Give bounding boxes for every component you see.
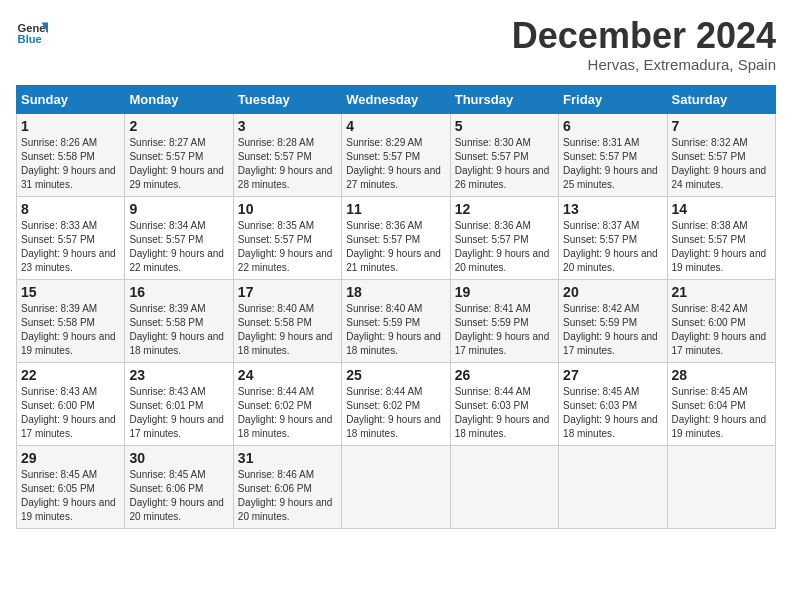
day-number: 16 xyxy=(129,284,228,300)
day-number: 17 xyxy=(238,284,337,300)
table-row: 10 Sunrise: 8:35 AMSunset: 5:57 PMDaylig… xyxy=(233,196,341,279)
day-number: 6 xyxy=(563,118,662,134)
day-number: 14 xyxy=(672,201,771,217)
day-info: Sunrise: 8:42 AMSunset: 6:00 PMDaylight:… xyxy=(672,303,767,356)
day-info: Sunrise: 8:38 AMSunset: 5:57 PMDaylight:… xyxy=(672,220,767,273)
table-row: 11 Sunrise: 8:36 AMSunset: 5:57 PMDaylig… xyxy=(342,196,450,279)
header-row: Sunday Monday Tuesday Wednesday Thursday… xyxy=(17,85,776,113)
day-info: Sunrise: 8:33 AMSunset: 5:57 PMDaylight:… xyxy=(21,220,116,273)
table-row xyxy=(342,445,450,528)
table-row: 18 Sunrise: 8:40 AMSunset: 5:59 PMDaylig… xyxy=(342,279,450,362)
table-row: 5 Sunrise: 8:30 AMSunset: 5:57 PMDayligh… xyxy=(450,113,558,196)
col-wednesday: Wednesday xyxy=(342,85,450,113)
table-row: 4 Sunrise: 8:29 AMSunset: 5:57 PMDayligh… xyxy=(342,113,450,196)
day-number: 8 xyxy=(21,201,120,217)
table-row: 27 Sunrise: 8:45 AMSunset: 6:03 PMDaylig… xyxy=(559,362,667,445)
day-number: 25 xyxy=(346,367,445,383)
table-row: 26 Sunrise: 8:44 AMSunset: 6:03 PMDaylig… xyxy=(450,362,558,445)
day-number: 10 xyxy=(238,201,337,217)
header: General Blue December 2024 Hervas, Extre… xyxy=(16,16,776,73)
day-info: Sunrise: 8:39 AMSunset: 5:58 PMDaylight:… xyxy=(129,303,224,356)
location-title: Hervas, Extremadura, Spain xyxy=(512,56,776,73)
table-row: 22 Sunrise: 8:43 AMSunset: 6:00 PMDaylig… xyxy=(17,362,125,445)
day-info: Sunrise: 8:37 AMSunset: 5:57 PMDaylight:… xyxy=(563,220,658,273)
month-title: December 2024 xyxy=(512,16,776,56)
day-number: 7 xyxy=(672,118,771,134)
table-row: 28 Sunrise: 8:45 AMSunset: 6:04 PMDaylig… xyxy=(667,362,775,445)
table-row: 8 Sunrise: 8:33 AMSunset: 5:57 PMDayligh… xyxy=(17,196,125,279)
day-info: Sunrise: 8:34 AMSunset: 5:57 PMDaylight:… xyxy=(129,220,224,273)
table-row: 19 Sunrise: 8:41 AMSunset: 5:59 PMDaylig… xyxy=(450,279,558,362)
day-number: 22 xyxy=(21,367,120,383)
day-info: Sunrise: 8:44 AMSunset: 6:03 PMDaylight:… xyxy=(455,386,550,439)
day-info: Sunrise: 8:29 AMSunset: 5:57 PMDaylight:… xyxy=(346,137,441,190)
table-row: 31 Sunrise: 8:46 AMSunset: 6:06 PMDaylig… xyxy=(233,445,341,528)
logo: General Blue xyxy=(16,16,48,48)
day-info: Sunrise: 8:31 AMSunset: 5:57 PMDaylight:… xyxy=(563,137,658,190)
day-info: Sunrise: 8:28 AMSunset: 5:57 PMDaylight:… xyxy=(238,137,333,190)
table-row: 23 Sunrise: 8:43 AMSunset: 6:01 PMDaylig… xyxy=(125,362,233,445)
table-row: 12 Sunrise: 8:36 AMSunset: 5:57 PMDaylig… xyxy=(450,196,558,279)
table-row: 2 Sunrise: 8:27 AMSunset: 5:57 PMDayligh… xyxy=(125,113,233,196)
col-saturday: Saturday xyxy=(667,85,775,113)
day-info: Sunrise: 8:43 AMSunset: 6:01 PMDaylight:… xyxy=(129,386,224,439)
table-row: 13 Sunrise: 8:37 AMSunset: 5:57 PMDaylig… xyxy=(559,196,667,279)
table-row: 6 Sunrise: 8:31 AMSunset: 5:57 PMDayligh… xyxy=(559,113,667,196)
table-row: 20 Sunrise: 8:42 AMSunset: 5:59 PMDaylig… xyxy=(559,279,667,362)
col-thursday: Thursday xyxy=(450,85,558,113)
day-info: Sunrise: 8:27 AMSunset: 5:57 PMDaylight:… xyxy=(129,137,224,190)
day-info: Sunrise: 8:45 AMSunset: 6:05 PMDaylight:… xyxy=(21,469,116,522)
table-row: 3 Sunrise: 8:28 AMSunset: 5:57 PMDayligh… xyxy=(233,113,341,196)
day-number: 21 xyxy=(672,284,771,300)
day-info: Sunrise: 8:30 AMSunset: 5:57 PMDaylight:… xyxy=(455,137,550,190)
day-info: Sunrise: 8:45 AMSunset: 6:03 PMDaylight:… xyxy=(563,386,658,439)
calendar-week-3: 15 Sunrise: 8:39 AMSunset: 5:58 PMDaylig… xyxy=(17,279,776,362)
day-number: 23 xyxy=(129,367,228,383)
day-info: Sunrise: 8:44 AMSunset: 6:02 PMDaylight:… xyxy=(346,386,441,439)
day-number: 31 xyxy=(238,450,337,466)
calendar-week-1: 1 Sunrise: 8:26 AMSunset: 5:58 PMDayligh… xyxy=(17,113,776,196)
day-info: Sunrise: 8:41 AMSunset: 5:59 PMDaylight:… xyxy=(455,303,550,356)
calendar-week-5: 29 Sunrise: 8:45 AMSunset: 6:05 PMDaylig… xyxy=(17,445,776,528)
table-row: 21 Sunrise: 8:42 AMSunset: 6:00 PMDaylig… xyxy=(667,279,775,362)
day-info: Sunrise: 8:44 AMSunset: 6:02 PMDaylight:… xyxy=(238,386,333,439)
table-row: 17 Sunrise: 8:40 AMSunset: 5:58 PMDaylig… xyxy=(233,279,341,362)
day-info: Sunrise: 8:45 AMSunset: 6:04 PMDaylight:… xyxy=(672,386,767,439)
day-number: 28 xyxy=(672,367,771,383)
table-row: 1 Sunrise: 8:26 AMSunset: 5:58 PMDayligh… xyxy=(17,113,125,196)
day-number: 26 xyxy=(455,367,554,383)
table-row xyxy=(559,445,667,528)
table-row: 7 Sunrise: 8:32 AMSunset: 5:57 PMDayligh… xyxy=(667,113,775,196)
day-info: Sunrise: 8:40 AMSunset: 5:59 PMDaylight:… xyxy=(346,303,441,356)
day-number: 27 xyxy=(563,367,662,383)
day-info: Sunrise: 8:43 AMSunset: 6:00 PMDaylight:… xyxy=(21,386,116,439)
day-number: 11 xyxy=(346,201,445,217)
day-number: 24 xyxy=(238,367,337,383)
day-info: Sunrise: 8:35 AMSunset: 5:57 PMDaylight:… xyxy=(238,220,333,273)
table-row: 16 Sunrise: 8:39 AMSunset: 5:58 PMDaylig… xyxy=(125,279,233,362)
calendar-table: Sunday Monday Tuesday Wednesday Thursday… xyxy=(16,85,776,529)
table-row: 9 Sunrise: 8:34 AMSunset: 5:57 PMDayligh… xyxy=(125,196,233,279)
day-info: Sunrise: 8:45 AMSunset: 6:06 PMDaylight:… xyxy=(129,469,224,522)
day-info: Sunrise: 8:36 AMSunset: 5:57 PMDaylight:… xyxy=(346,220,441,273)
day-info: Sunrise: 8:26 AMSunset: 5:58 PMDaylight:… xyxy=(21,137,116,190)
day-number: 3 xyxy=(238,118,337,134)
day-number: 4 xyxy=(346,118,445,134)
logo-icon: General Blue xyxy=(16,16,48,48)
col-tuesday: Tuesday xyxy=(233,85,341,113)
calendar-week-2: 8 Sunrise: 8:33 AMSunset: 5:57 PMDayligh… xyxy=(17,196,776,279)
day-number: 12 xyxy=(455,201,554,217)
day-number: 15 xyxy=(21,284,120,300)
day-number: 9 xyxy=(129,201,228,217)
table-row xyxy=(450,445,558,528)
day-info: Sunrise: 8:32 AMSunset: 5:57 PMDaylight:… xyxy=(672,137,767,190)
day-info: Sunrise: 8:40 AMSunset: 5:58 PMDaylight:… xyxy=(238,303,333,356)
day-info: Sunrise: 8:42 AMSunset: 5:59 PMDaylight:… xyxy=(563,303,658,356)
col-monday: Monday xyxy=(125,85,233,113)
day-number: 29 xyxy=(21,450,120,466)
table-row: 14 Sunrise: 8:38 AMSunset: 5:57 PMDaylig… xyxy=(667,196,775,279)
title-area: December 2024 Hervas, Extremadura, Spain xyxy=(512,16,776,73)
day-number: 13 xyxy=(563,201,662,217)
table-row: 15 Sunrise: 8:39 AMSunset: 5:58 PMDaylig… xyxy=(17,279,125,362)
day-info: Sunrise: 8:36 AMSunset: 5:57 PMDaylight:… xyxy=(455,220,550,273)
